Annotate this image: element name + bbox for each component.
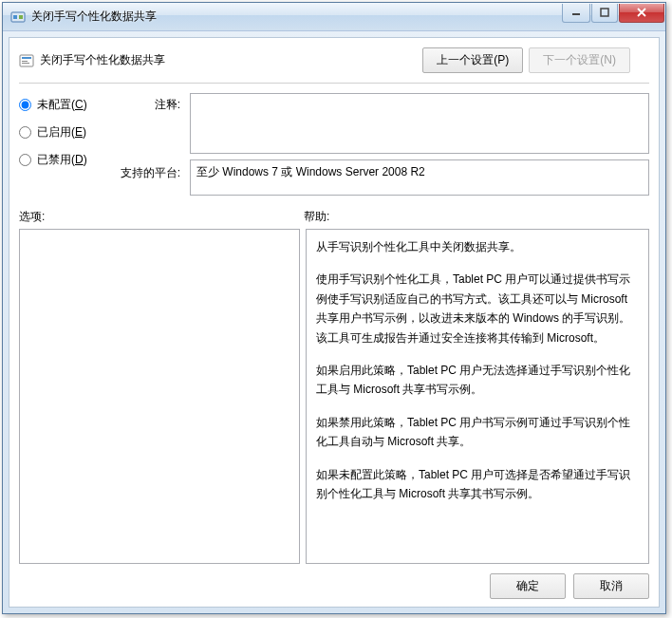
maximize-button[interactable]: [591, 4, 618, 23]
app-icon: [10, 9, 26, 25]
nav-buttons: 上一个设置(P) 下一个设置(N): [422, 47, 630, 73]
policy-icon: [19, 53, 34, 68]
svg-rect-4: [601, 9, 608, 16]
help-paragraph: 使用手写识别个性化工具，Tablet PC 用户可以通过提供书写示例使手写识别适…: [316, 270, 639, 347]
divider: [19, 83, 649, 84]
options-panel[interactable]: [19, 229, 300, 564]
next-setting-button[interactable]: 下一个设置(N): [529, 47, 630, 73]
platform-label: 支持的平台:: [114, 165, 180, 181]
svg-rect-6: [22, 57, 31, 59]
radio-disabled[interactable]: 已禁用(D): [19, 152, 104, 168]
cancel-button[interactable]: 取消: [573, 573, 649, 599]
policy-title: 关闭手写个性化数据共享: [40, 52, 422, 68]
ok-button[interactable]: 确定: [490, 573, 566, 599]
comment-label: 注释:: [114, 97, 180, 113]
svg-rect-3: [572, 13, 580, 15]
panel-labels: 选项: 帮助:: [19, 209, 649, 225]
radio-disabled-input[interactable]: [19, 154, 31, 166]
help-paragraph: 如果未配置此策略，Tablet PC 用户可选择是否希望通过手写识别个性化工具与…: [316, 465, 639, 504]
radio-not-configured-input[interactable]: [19, 99, 31, 111]
platform-text: 至少 Windows 7 或 Windows Server 2008 R2: [196, 165, 425, 178]
header-row: 关闭手写个性化数据共享 上一个设置(P) 下一个设置(N): [19, 47, 649, 73]
platform-box[interactable]: 至少 Windows 7 或 Windows Server 2008 R2: [190, 159, 649, 196]
help-label: 帮助:: [304, 209, 329, 225]
help-paragraph: 如果启用此策略，Tablet PC 用户无法选择通过手写识别个性化工具与 Mic…: [316, 361, 639, 400]
options-label: 选项:: [19, 209, 304, 225]
minimize-button[interactable]: [562, 4, 590, 23]
help-panel[interactable]: 从手写识别个性化工具中关闭数据共享。 使用手写识别个性化工具，Tablet PC…: [306, 229, 649, 564]
svg-rect-2: [19, 15, 23, 19]
window-title: 关闭手写个性化数据共享: [31, 9, 562, 25]
prev-setting-button[interactable]: 上一个设置(P): [422, 47, 523, 73]
field-column: 至少 Windows 7 或 Windows Server 2008 R2: [190, 93, 649, 196]
dialog-window: 关闭手写个性化数据共享 关闭手写个性化数据共享 上一个设置(P) 下一个设置(N…: [2, 2, 666, 614]
footer: 确定 取消: [19, 564, 649, 599]
titlebar[interactable]: 关闭手写个性化数据共享: [3, 3, 665, 31]
radio-not-configured[interactable]: 未配置(C): [19, 97, 104, 113]
settings-row: 未配置(C) 已启用(E) 已禁用(D) 注释: 支持的平台: 至少 Wind: [19, 93, 649, 196]
radio-group: 未配置(C) 已启用(E) 已禁用(D): [19, 93, 104, 196]
radio-enabled-input[interactable]: [19, 126, 31, 139]
radio-enabled[interactable]: 已启用(E): [19, 124, 104, 140]
field-labels: 注释: 支持的平台:: [114, 93, 180, 196]
svg-rect-1: [13, 15, 17, 19]
comment-textarea[interactable]: [190, 93, 649, 154]
close-button[interactable]: [619, 4, 664, 23]
panels: 从手写识别个性化工具中关闭数据共享。 使用手写识别个性化工具，Tablet PC…: [19, 229, 649, 564]
client-area: 关闭手写个性化数据共享 上一个设置(P) 下一个设置(N) 未配置(C) 已启用…: [9, 37, 660, 608]
help-paragraph: 如果禁用此策略，Tablet PC 用户书写示例可通过手写识别个性化工具自动与 …: [316, 413, 639, 452]
svg-rect-8: [22, 63, 29, 64]
window-controls: [562, 4, 665, 23]
svg-rect-7: [22, 61, 28, 62]
help-paragraph: 从手写识别个性化工具中关闭数据共享。: [316, 237, 639, 256]
